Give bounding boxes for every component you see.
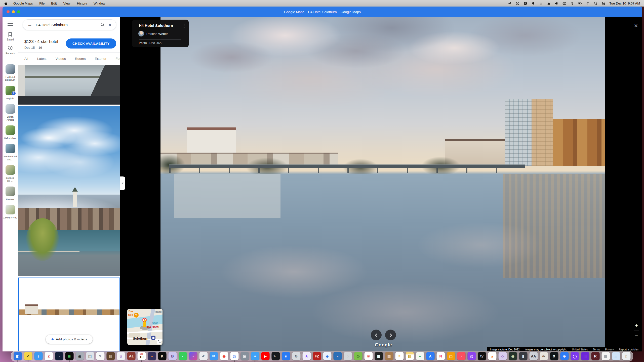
- recent-place[interactable]: Oxfordshire: [3, 125, 18, 140]
- dock-icon-reminders[interactable]: ≡: [395, 352, 404, 360]
- dock-icon-r-app[interactable]: R: [591, 352, 599, 360]
- attribution-item[interactable]: United States: [572, 348, 588, 351]
- search-icon[interactable]: [100, 22, 105, 27]
- dock-icon-things[interactable]: ✓: [24, 352, 32, 360]
- photo-tab[interactable]: All: [24, 53, 28, 65]
- window-titlebar[interactable]: Google Maps – H4 Hotel Solothurn – Googl…: [3, 7, 642, 17]
- attribution-item[interactable]: Terms: [593, 348, 600, 351]
- bluetooth-icon[interactable]: [570, 2, 574, 5]
- keyboard-input-icon[interactable]: [562, 2, 566, 5]
- dock-icon-zinio[interactable]: Z: [45, 352, 53, 360]
- dock-icon-calendar[interactable]: DEC 10: [137, 352, 146, 360]
- audio-midi-icon[interactable]: [539, 2, 543, 5]
- dock-icon-terminal[interactable]: >_: [271, 352, 280, 360]
- close-viewer-icon[interactable]: ×: [634, 23, 638, 29]
- volume-icon[interactable]: [555, 2, 558, 5]
- dock-icon-photos[interactable]: ❀: [364, 352, 373, 360]
- dock-icon-edge[interactable]: e: [282, 352, 290, 360]
- dock-icon-dictionary[interactable]: Aa: [127, 352, 135, 360]
- recent-place[interactable]: H4 Hotel Solothurn: [3, 64, 18, 81]
- sidebar-item-saved[interactable]: Saved: [7, 32, 14, 41]
- dock-icon-speed-gauge[interactable]: ◔: [55, 352, 63, 360]
- attribution-item[interactable]: Image capture: Dec 2022: [490, 348, 520, 351]
- dock-icon-notes[interactable]: ▤: [406, 352, 414, 360]
- dock-icon-disk-utility[interactable]: ◫: [86, 352, 94, 360]
- spotlight-icon[interactable]: [594, 2, 597, 5]
- dock-icon-contacts[interactable]: ▥: [385, 352, 393, 360]
- dock-icon-dvd-player[interactable]: ◌: [344, 352, 352, 360]
- photo-options-icon[interactable]: [184, 24, 185, 28]
- dock-icon-mail[interactable]: ✉: [210, 352, 218, 360]
- previous-photo-button[interactable]: [371, 330, 382, 340]
- main-photo[interactable]: [160, 17, 605, 351]
- recent-place[interactable]: Zurich Airport: [3, 103, 18, 121]
- menubar-item-file[interactable]: File: [39, 2, 45, 5]
- collapse-panel-handle[interactable]: [120, 176, 125, 190]
- dock-icon-piano-keys[interactable]: ▦: [375, 352, 383, 360]
- hamburger-menu-icon[interactable]: [8, 22, 13, 22]
- dock-icon-google-maps[interactable]: ◉: [220, 352, 228, 360]
- dock-icon-leather-book-app[interactable]: ▤: [106, 352, 115, 360]
- photo-tab[interactable]: Latest: [37, 53, 47, 65]
- eject-icon[interactable]: [547, 2, 551, 5]
- recent-place[interactable]: Rennes: [3, 186, 18, 201]
- attribution-item[interactable]: Images may be subject to copyright.: [525, 348, 567, 351]
- dock-icon-usb-utility[interactable]: ψ: [117, 352, 125, 360]
- dock-icon-system-info[interactable]: ▣: [240, 352, 249, 360]
- dock-icon-trash[interactable]: ▯: [622, 352, 630, 360]
- photo-author[interactable]: Pesche Weber: [146, 32, 168, 36]
- photo-thumbnail-town-panorama[interactable]: [18, 106, 120, 276]
- photo-tab[interactable]: Videos: [56, 53, 66, 65]
- dock-icon-frog-app[interactable]: ω: [354, 352, 362, 360]
- dock-icon-books[interactable]: ▢: [447, 352, 455, 360]
- dock-icon-finder[interactable]: ◧: [14, 352, 22, 360]
- dock-icon-chrome[interactable]: ◎: [230, 352, 238, 360]
- location-arrow-icon[interactable]: [508, 2, 512, 5]
- dock-icon-x11[interactable]: X: [550, 352, 558, 360]
- apple-menu-icon[interactable]: [4, 2, 8, 5]
- attribution-item[interactable]: Report a problem: [619, 348, 639, 351]
- dock-icon-vlc[interactable]: ▲: [488, 352, 496, 360]
- dock-icon-video-camera-app[interactable]: ⊙: [560, 352, 569, 360]
- dock-icon-font-book[interactable]: AA: [529, 352, 538, 360]
- dock-icon-app-store[interactable]: A: [426, 352, 434, 360]
- photo-thumbnail-window-view[interactable]: [18, 65, 120, 105]
- menubar-clock[interactable]: Tue Dec 10 9:07 AM: [609, 2, 640, 5]
- recorder-disc-icon[interactable]: [524, 2, 527, 5]
- recent-place[interactable]: Bormes-les-...: [3, 164, 18, 182]
- dock-icon-folder[interactable]: ▱: [612, 352, 620, 360]
- dock-icon-globe-app[interactable]: G: [292, 352, 300, 360]
- dock-icon-star-app[interactable]: ★: [302, 352, 311, 360]
- shazam-icon[interactable]: [531, 2, 535, 5]
- minimap-expand-icon[interactable]: [157, 339, 161, 344]
- dock-icon-gimp[interactable]: ✑: [540, 352, 548, 360]
- menubar-item-history[interactable]: History: [77, 2, 87, 5]
- menubar-item-view[interactable]: View: [63, 2, 70, 5]
- dock-icon-voice-app[interactable]: |||: [581, 352, 589, 360]
- dock-icon-apple-tv[interactable]: tv: [478, 352, 486, 360]
- dock-icon-terminal-alt[interactable]: ▮: [519, 352, 527, 360]
- battery-icon[interactable]: [578, 2, 582, 5]
- menubar-app-name[interactable]: Google Maps: [13, 2, 33, 5]
- dock-icon-podcasts[interactable]: ◎: [467, 352, 476, 360]
- airplay-antenna-icon[interactable]: [586, 2, 590, 5]
- recent-place[interactable]: 14408 NY-90: [3, 204, 18, 219]
- author-avatar[interactable]: [138, 31, 144, 36]
- menubar-item-edit[interactable]: Edit: [51, 2, 57, 5]
- add-photos-button[interactable]: + Add photos & videos: [46, 335, 93, 344]
- dock-icon-filezilla[interactable]: FZ: [313, 352, 321, 360]
- menubar-item-window[interactable]: Window: [94, 2, 105, 5]
- minimap[interactable]: Bar nge Ritterq Aare Y H4 Hotel Solothur…: [127, 309, 163, 345]
- clear-search-icon[interactable]: ×: [108, 22, 111, 27]
- photo-tab[interactable]: Food: [115, 53, 120, 65]
- control-center-icon[interactable]: [601, 2, 605, 5]
- dock-icon-ebook-reader[interactable]: B: [168, 352, 177, 360]
- dock-icon-audio-meters[interactable]: ≣: [65, 352, 73, 360]
- photo-tab[interactable]: Rooms: [75, 53, 86, 65]
- next-photo-button[interactable]: [385, 330, 396, 340]
- dock-icon-bluetooth-exchange[interactable]: ᛒ: [34, 352, 43, 360]
- dock-icon-drafting-tools[interactable]: ✐: [199, 352, 208, 360]
- dock-icon-comic-app[interactable]: ☺: [498, 352, 507, 360]
- dock-icon-news[interactable]: N: [436, 352, 445, 360]
- dock-icon-dial-knob[interactable]: ◉: [75, 352, 84, 360]
